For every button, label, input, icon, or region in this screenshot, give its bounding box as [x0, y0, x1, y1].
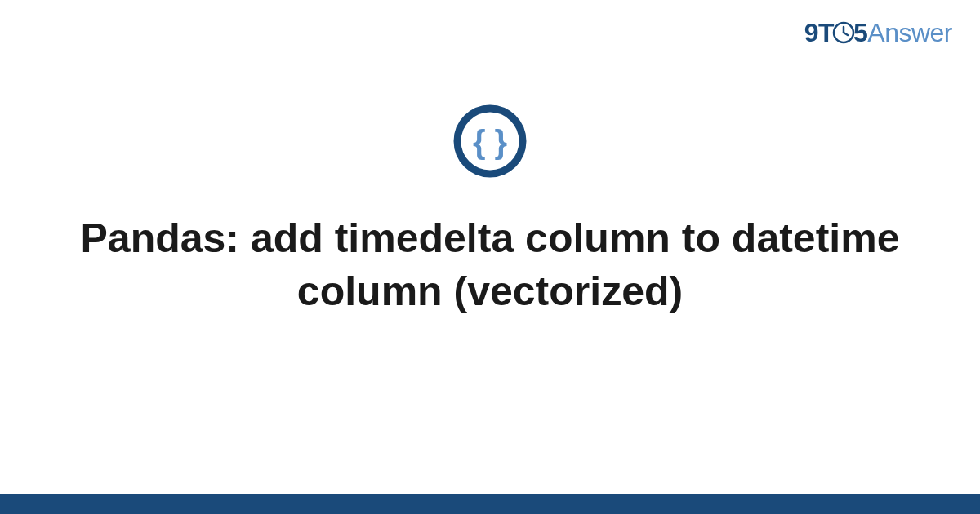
- page-title: Pandas: add timedelta column to datetime…: [0, 212, 980, 318]
- footer-bar: [0, 494, 980, 514]
- svg-line-2: [844, 33, 848, 35]
- clock-icon: [832, 20, 855, 51]
- logo-text-9t: 9T: [804, 18, 834, 47]
- site-logo: 9T5Answer: [804, 18, 952, 51]
- logo-text-5: 5: [853, 18, 867, 47]
- code-braces-icon: { }: [453, 104, 527, 181]
- logo-text-answer: Answer: [867, 18, 952, 47]
- svg-text:{ }: { }: [473, 124, 507, 160]
